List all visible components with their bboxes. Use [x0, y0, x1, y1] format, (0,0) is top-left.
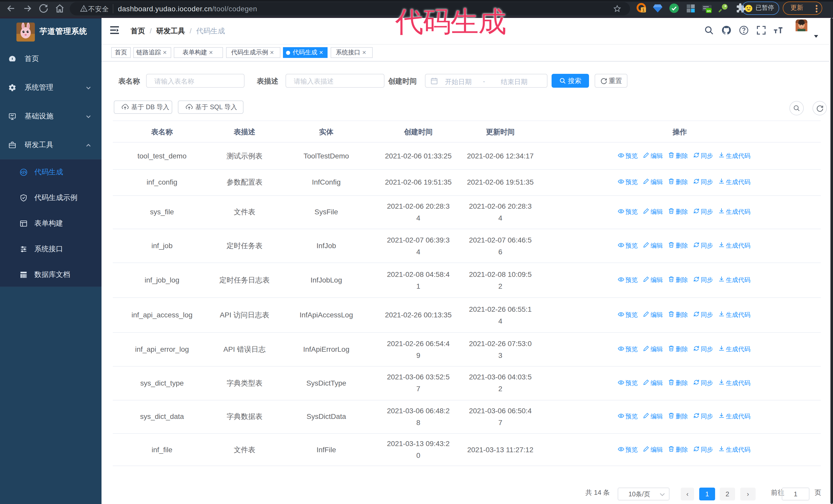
svg-text:on: on — [707, 9, 711, 13]
